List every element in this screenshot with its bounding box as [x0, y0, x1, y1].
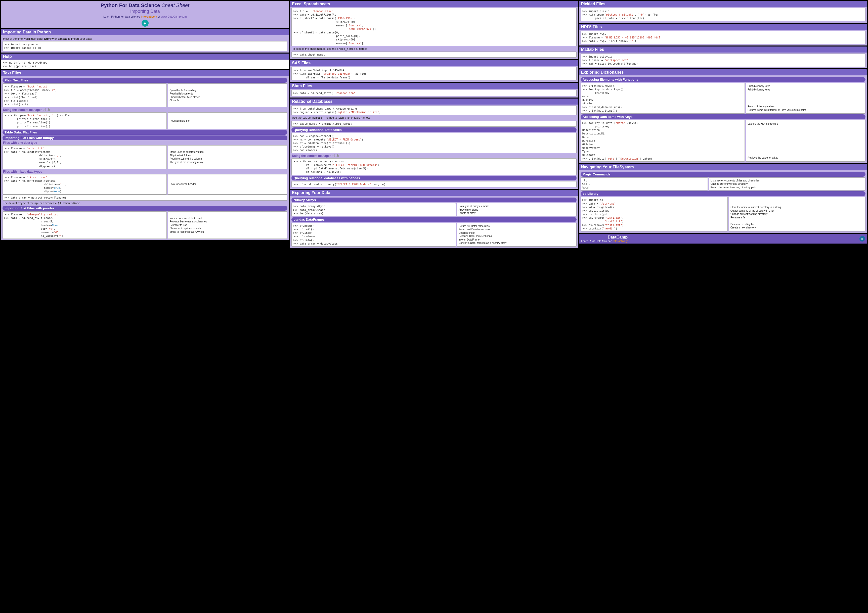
code-plain-text: >>> flename = 'huck_fnn.txt' >>> fle = o… — [3, 84, 167, 107]
footer: DataCamp Learn R for Data Science Intera… — [579, 234, 867, 243]
code-excel: >>> fle = 'urbanpop.xlsx' >>> data = pd.… — [291, 8, 576, 46]
code-dict-keys: >>> for key in data ['meta'].keys() prin… — [581, 120, 745, 162]
panel-title-sas: SAS Files — [290, 60, 578, 66]
panel-filesystem: Navigating Your FileSystem Magic Command… — [579, 164, 867, 233]
panel-importing: Importing Data in Python Most of the tim… — [1, 29, 289, 53]
sub-flat-files: Table Data: Flat Files — [3, 130, 287, 135]
panel-title-text: Text Files — [1, 70, 289, 76]
footer-tag: Learn R for Data Science Interactively — [581, 240, 628, 243]
code-sas: >>> from sas7bdat import SAS7BDAT >>> wi… — [291, 67, 576, 80]
annot-magic: List directory contents of fles and dire… — [709, 178, 865, 191]
code-recfromcsv: >>> data_array = np.recfromcsv(flename) — [3, 195, 287, 201]
annot-dict-func: Print dictionary keys Print dictionary k… — [746, 83, 865, 114]
sub-flat-pandas: Importing Flat Files with pandas — [3, 206, 287, 211]
sub-query-db: Querying Relational Databases — [291, 127, 576, 132]
annot-pandas-df: Return frst DataFrame rows Return last D… — [457, 223, 577, 246]
sub-pandas-df: pandas DataFrames — [291, 217, 576, 222]
panel-title-dict: Exploring Dictionaries — [579, 70, 867, 76]
header: Python For Data Science Cheat Sheet Impo… — [1, 1, 289, 28]
panel-title-relational: Relational Databases — [290, 99, 578, 105]
note-excel: To access the sheet names, use the sheet… — [292, 47, 576, 51]
panel-dict: Exploring Dictionaries Accessing Element… — [579, 70, 867, 163]
panel-title-stata: Stata Files — [290, 83, 578, 89]
code-pickle: >>> import pickle >>> with open('pickled… — [581, 8, 865, 22]
label-ctx-db: Using the context manager with — [292, 154, 576, 158]
panel-title-filesystem: Navigating Your FileSystem — [579, 164, 867, 170]
panel-text-files: Text Files Plain Text Files >>> flename … — [1, 70, 289, 240]
code-help: >>> np.info(np.ndarray.dtype) >>> help(p… — [1, 60, 289, 69]
panel-title-help: Help — [1, 54, 289, 60]
panel-title-importing: Importing Data in Python — [1, 29, 289, 35]
code-importing: >>> import numpy as np >>> import pandas… — [3, 41, 287, 51]
code-dict-func: >>> print(mat.keys()) >>> for key in dat… — [581, 83, 745, 114]
label-mixed-dtype: Files with mixed data types — [3, 170, 287, 173]
annot-plain-text: Open the fle for reading Read a fle's co… — [168, 84, 287, 107]
sub-dict-func: Accessing Elements with Functions — [581, 77, 865, 82]
panel-matlab: Matlab Files >>> import scipy.io >>> fle… — [579, 46, 867, 68]
code-magic: !ls %cd .. %pwd — [581, 178, 708, 191]
annot-flat-pandas: Number of rows of fle to read Row number… — [168, 211, 287, 239]
annot-dict-keys: Explore the HDF5 structure Retrieve the … — [746, 120, 865, 162]
code-one-dtype: >>> flename = 'mnist.txt' >>> data = np.… — [3, 145, 167, 169]
panel-title-matlab: Matlab Files — [579, 46, 867, 53]
code-ctx-with: >>> with open('huck_fnn.txt', 'r') as fl… — [3, 112, 167, 129]
panel-title-excel: Excel Spreadsheets — [290, 1, 578, 7]
code-pandas-df: >>> df.head() >>> df.tail() >>> df.index… — [291, 223, 456, 246]
panel-title-hdf5: HDF5 Files — [579, 24, 867, 30]
importing-prose: Most of the time, you'll use either NumP… — [3, 37, 287, 40]
panel-stata: Stata Files >>> data = pd.read_stata('ur… — [290, 83, 578, 98]
code-query-db: >>> con = engine.connect() >>> rs = con.… — [291, 133, 576, 153]
panel-sas: SAS Files >>> from sas7bdat import SAS7B… — [290, 60, 578, 82]
panel-title-explore: Exploring Your Data — [290, 190, 578, 196]
header-title-a: Python For Data Science — [101, 3, 160, 8]
code-mixed-dtype: >>> flename = 'titanic.csv' >>> data = n… — [3, 174, 167, 195]
code-sheet-names: >>> data.sheet_names — [291, 51, 576, 57]
note-recfromcsv: The default dtype of the np.recfromcsv()… — [3, 201, 287, 205]
header-url[interactable]: www.DataCamp.com — [161, 15, 187, 18]
annot-os-lib: Store the name of current directory in a… — [729, 197, 865, 231]
sub-numpy-arrays: NumPy Arrays — [291, 198, 576, 202]
code-stata: >>> data = pd.read_stata('urbanpop.dta') — [291, 90, 576, 96]
label-ctx-with: Using the context manager with — [3, 108, 287, 111]
sub-flat-numpy: Importing Flat Files with numpy — [3, 135, 287, 140]
annot-mixed-dtype: Look for column header — [168, 174, 287, 195]
sub-os-lib: os Library — [581, 191, 865, 196]
datacamp-logo-icon: ◈ — [141, 20, 149, 26]
panel-excel: Excel Spreadsheets >>> fle = 'urbanpop.x… — [290, 1, 578, 59]
panel-help: Help >>> np.info(np.ndarray.dtype) >>> h… — [1, 54, 289, 69]
code-ctx-db: >>> with engine.connect() as con: rs = c… — [291, 158, 576, 175]
code-table-names: >>> table_names = engine.table_names() — [291, 121, 576, 127]
sub-dict-keys: Accessing Data Items with Keys — [581, 115, 865, 119]
note-table-names: Use the table_names() method to fetch a … — [292, 116, 576, 120]
annot-one-dtype: String used to separate values Skip the … — [168, 145, 287, 169]
annot-ctx-with: Read a single line — [168, 112, 287, 129]
panel-relational: Relational Databases >>> from sqlalchemy… — [290, 99, 578, 189]
footer-brand: DataCamp — [581, 235, 628, 240]
header-subtitle: Importing Data — [3, 9, 287, 14]
panel-explore: Exploring Your Data NumPy Arrays >>> dat… — [290, 190, 578, 248]
code-query-pandas: >>> df = pd.read_sql_query("SELECT * FRO… — [291, 181, 576, 187]
header-tagline: Learn Python for data science Interactiv… — [3, 15, 287, 18]
datacamp-footer-icon: ◈ — [859, 236, 865, 241]
code-engine: >>> from sqlalchemy import create_engine… — [291, 105, 576, 115]
panel-hdf5: HDF5 Files >>> import h5py >>> flename =… — [579, 24, 867, 46]
code-flat-pandas: >>> flename = 'winequality-red.csv' >>> … — [3, 211, 167, 239]
label-one-dtype: Files with one data type — [3, 141, 287, 144]
code-numpy-arrays: >>> data_array.dtype >>> data_array.shap… — [291, 203, 456, 217]
annot-numpy-arrays: Data type of array elements Array dimens… — [457, 203, 577, 217]
code-os-lib: >>> import os >>> path = "/usr/tmp" >>> … — [581, 197, 728, 231]
panel-title-pickle: Pickled Files — [579, 1, 867, 7]
sub-plain-text: Plain Text Files — [3, 78, 287, 83]
header-title-b: Cheat Sheet — [161, 3, 189, 8]
sub-magic: Magic Commands — [581, 172, 865, 177]
code-matlab: >>> import scipy.io >>> flename = 'works… — [581, 54, 865, 67]
code-hdf5: >>> import h5py >>> flename = 'H-H1_LOSC… — [581, 31, 865, 44]
sub-query-pandas: Querying relational databases with panda… — [291, 176, 576, 180]
panel-pickle: Pickled Files >>> import pickle >>> with… — [579, 1, 867, 23]
